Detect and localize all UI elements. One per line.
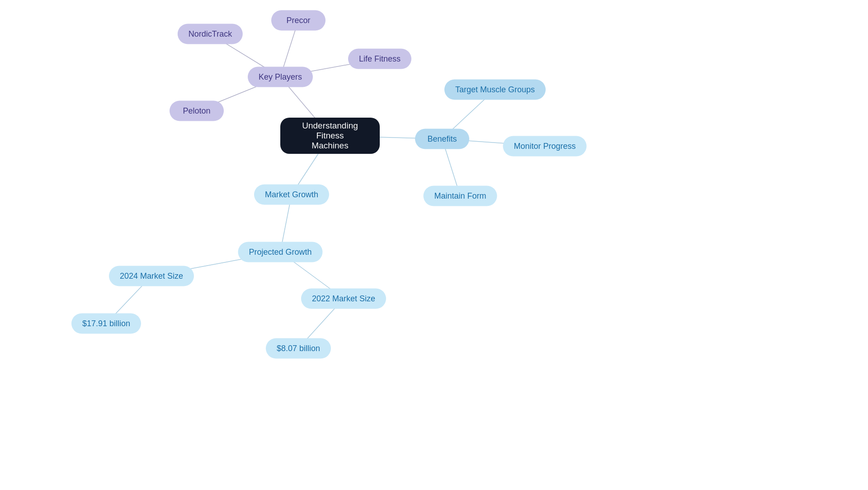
projected-growth-node[interactable]: Projected Growth bbox=[238, 242, 322, 262]
connections-svg bbox=[0, 0, 868, 490]
life-fitness-node[interactable]: Life Fitness bbox=[348, 49, 411, 69]
market-size-2024-node[interactable]: 2024 Market Size bbox=[109, 266, 194, 286]
market-growth-node[interactable]: Market Growth bbox=[254, 185, 329, 205]
value-2022-node[interactable]: $8.07 billion bbox=[266, 338, 331, 359]
value-2024-node[interactable]: $17.91 billion bbox=[71, 314, 141, 334]
monitor-progress-node[interactable]: Monitor Progress bbox=[503, 136, 586, 157]
benefits-node[interactable]: Benefits bbox=[415, 129, 469, 149]
peloton-node[interactable]: Peloton bbox=[170, 101, 224, 121]
target-muscle-node[interactable]: Target Muscle Groups bbox=[444, 80, 546, 100]
precor-node[interactable]: Precor bbox=[271, 10, 326, 31]
nordictrack-node[interactable]: NordicTrack bbox=[178, 24, 243, 44]
maintain-form-node[interactable]: Maintain Form bbox=[423, 186, 497, 206]
market-size-2022-node[interactable]: 2022 Market Size bbox=[301, 289, 386, 309]
mind-map: Understanding FitnessMachines Key Player… bbox=[0, 0, 868, 490]
center-node[interactable]: Understanding FitnessMachines bbox=[280, 118, 380, 154]
key-players-node[interactable]: Key Players bbox=[248, 67, 313, 87]
